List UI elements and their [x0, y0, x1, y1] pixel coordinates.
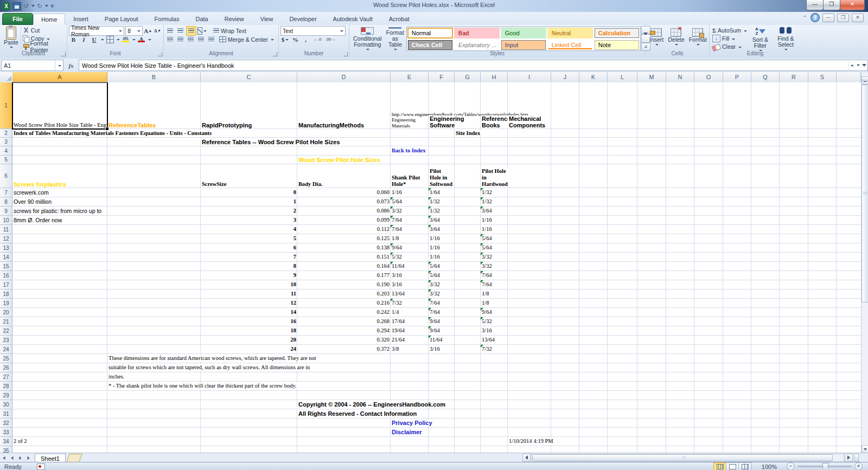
cell-D16[interactable]: 0.177 — [297, 271, 390, 280]
decrease-indent-button[interactable] — [196, 35, 206, 44]
column-header-O[interactable]: O — [694, 72, 723, 82]
expand-formula-bar-icon[interactable] — [862, 64, 866, 67]
increase-indent-button[interactable] — [207, 35, 216, 44]
cell-style-normal[interactable]: Normal — [407, 28, 453, 38]
fill-handle[interactable] — [105, 127, 109, 131]
formula-input[interactable]: Wood Screw Pilot Hole Size Table - Engin… — [79, 60, 848, 71]
font-color-button[interactable]: A — [137, 35, 146, 44]
column-header-N[interactable]: N — [666, 72, 694, 82]
column-header-Q[interactable]: Q — [751, 72, 780, 82]
column-header-I[interactable]: I — [508, 72, 551, 82]
cell-D20[interactable]: 0.242 — [297, 308, 390, 317]
last-sheet-button[interactable] — [24, 454, 33, 462]
next-sheet-button[interactable] — [16, 454, 24, 462]
row-header-27[interactable]: 27 — [0, 372, 12, 382]
tab-page-layout[interactable]: Page Layout — [97, 13, 146, 25]
align-right-button[interactable] — [186, 35, 195, 44]
cell-D17[interactable]: 0.190 — [297, 280, 390, 289]
page-break-view-button[interactable] — [738, 462, 751, 470]
middle-align-button[interactable] — [176, 27, 185, 35]
cell-D13[interactable]: 0.138 — [297, 243, 390, 252]
cell-C6[interactable]: ScrewSize — [201, 164, 297, 188]
clipboard-dialog-launcher[interactable] — [61, 52, 66, 56]
paste-button[interactable]: Paste — [2, 26, 21, 51]
workbook-close-button[interactable]: ✕ — [852, 14, 864, 22]
clear-button[interactable]: Clear — [711, 43, 748, 51]
cell-H12[interactable]: 5/64 — [481, 234, 507, 243]
cell-F1[interactable]: Engineering Software — [429, 82, 454, 128]
row-header-25[interactable]: 25 — [0, 354, 12, 363]
cell-D24[interactable]: 0.372 — [297, 345, 390, 353]
column-header-L[interactable]: L — [608, 72, 637, 82]
row-header-16[interactable]: 16 — [0, 271, 12, 280]
cell-A34[interactable]: 2 of 2 — [12, 437, 107, 446]
accounting-format-button[interactable]: $ — [280, 35, 290, 44]
cell-C23[interactable]: 20 — [201, 336, 297, 344]
cell-C7[interactable]: 0 — [201, 188, 297, 197]
number-format-select[interactable]: Text — [280, 26, 346, 36]
cell-C1[interactable]: RapidPrototyping — [201, 82, 297, 128]
format-painter-button[interactable]: Format Painter — [21, 43, 65, 51]
horizontal-scroll-thumb[interactable] — [532, 454, 833, 461]
cell-H20[interactable]: 9/64 — [481, 308, 507, 317]
cell-C16[interactable]: 9 — [201, 271, 297, 280]
cell-H10[interactable]: 1/16 — [481, 216, 507, 224]
cell-C22[interactable]: 18 — [201, 326, 297, 335]
cell-style-checkcell[interactable]: Check Cell — [408, 40, 452, 50]
cell-D22[interactable]: 0.294 — [297, 326, 390, 335]
cell-D7[interactable]: 0.060 — [297, 188, 390, 197]
vertical-scroll-thumb[interactable] — [861, 85, 868, 302]
close-button[interactable]: ✕ — [840, 0, 865, 10]
macro-record-icon[interactable] — [37, 463, 45, 470]
format-as-table-button[interactable]: Format as Table — [384, 26, 406, 51]
scroll-down-button[interactable] — [861, 445, 868, 453]
cell-H6[interactable]: Pilot Hole in Hardwood — [481, 164, 507, 188]
cell-F9[interactable]: 1/32 — [429, 207, 454, 215]
cell-F10[interactable]: 3/64 — [429, 216, 454, 224]
bold-button[interactable]: B — [69, 35, 78, 44]
sheet-tab[interactable]: Sheet1 — [35, 453, 66, 463]
conditional-formatting-button[interactable]: Conditional Formatting — [351, 26, 384, 51]
cell-style-note[interactable]: Note — [595, 40, 639, 50]
cell-D9[interactable]: 0.086 — [297, 207, 390, 215]
cell-D21[interactable]: 0.268 — [297, 317, 390, 326]
cell-C12[interactable]: 5 — [201, 234, 297, 243]
cell-I34[interactable]: 1/10/2014 4:19 PM — [508, 437, 551, 446]
row-header-26[interactable]: 26 — [0, 363, 12, 372]
row-header-9[interactable]: 9 — [0, 207, 12, 216]
borders-button[interactable] — [105, 35, 114, 44]
number-dialog-launcher[interactable] — [343, 52, 348, 56]
cell-F7[interactable]: 1/64 — [429, 188, 454, 197]
workbook-minimize-button[interactable]: — — [822, 14, 834, 22]
zoom-level[interactable]: 100% — [762, 463, 777, 470]
normal-view-button[interactable] — [713, 462, 726, 470]
column-header-partial[interactable] — [837, 72, 861, 82]
row-header-18[interactable]: 18 — [0, 289, 12, 299]
cell-F22[interactable]: 9/64 — [429, 326, 454, 335]
cell-H7[interactable]: 1/32 — [481, 188, 507, 197]
cell-D10[interactable]: 0.099 — [297, 216, 390, 224]
row-header-15[interactable]: 15 — [0, 262, 12, 271]
help-icon[interactable]: ? — [810, 13, 820, 22]
shrink-font-button[interactable]: A▼ — [153, 27, 162, 35]
row-header-20[interactable]: 20 — [0, 308, 12, 317]
tab-formulas[interactable]: Formulas — [146, 13, 188, 25]
cell-H14[interactable]: 3/32 — [481, 253, 507, 261]
cell-F21[interactable]: 9/64 — [429, 317, 454, 326]
row-header-21[interactable]: 21 — [0, 317, 12, 326]
cell-E33[interactable]: Disclaimer — [391, 428, 428, 436]
format-cells-button[interactable]: Format — [687, 26, 709, 51]
row-header-2[interactable]: 2 — [0, 129, 12, 138]
tab-insert[interactable]: Insert — [65, 13, 97, 25]
cell-C9[interactable]: 2 — [201, 207, 297, 215]
tab-view[interactable]: View — [252, 13, 282, 25]
row-header-6[interactable]: 6 — [0, 164, 12, 188]
font-size-select[interactable]: 8 — [125, 26, 143, 36]
cell-B25[interactable]: These dimensions are for standard Americ… — [107, 354, 200, 363]
zoom-in-button[interactable]: + — [854, 462, 863, 470]
cell-C15[interactable]: 8 — [201, 262, 297, 271]
scroll-left-button[interactable] — [522, 454, 531, 462]
name-box[interactable]: A1 — [1, 60, 63, 71]
tab-developer[interactable]: Developer — [281, 13, 324, 25]
column-header-F[interactable]: F — [429, 72, 455, 82]
